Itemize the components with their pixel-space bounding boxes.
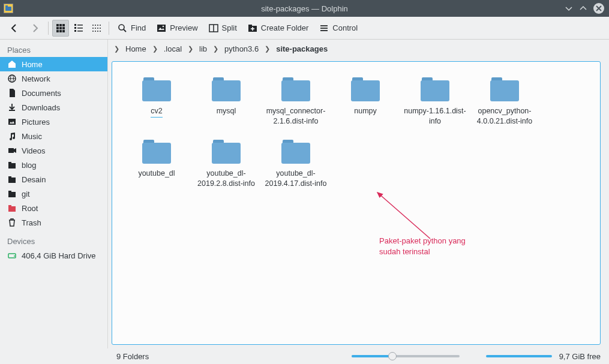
- trash-icon: [7, 218, 17, 227]
- sidebar-item-blog[interactable]: blog: [0, 158, 107, 172]
- forward-button[interactable]: [25, 20, 44, 37]
- svg-point-33: [163, 25, 164, 27]
- breadcrumb-item[interactable]: site-packages: [274, 43, 330, 55]
- status-free: 9,7 GiB free: [559, 352, 601, 361]
- sidebar-item-label: Music: [22, 132, 42, 141]
- create-folder-button[interactable]: Create Folder: [243, 20, 313, 37]
- chevron-right-icon: ❯: [213, 45, 218, 53]
- app-icon: [4, 4, 13, 13]
- folder-icon: [142, 77, 171, 101]
- sidebar-item-network[interactable]: Network: [0, 71, 107, 86]
- folder-icon: [7, 160, 17, 170]
- sidebar-item-music[interactable]: Music: [0, 129, 107, 143]
- svg-rect-55: [8, 191, 11, 192]
- root-icon: [7, 203, 17, 213]
- breadcrumb-item[interactable]: lib: [197, 43, 209, 55]
- folder-item[interactable]: opencv_python-4.0.0.21.dist-info: [470, 71, 539, 129]
- close-button[interactable]: [593, 3, 604, 14]
- split-label: Split: [222, 23, 237, 32]
- svg-point-28: [100, 31, 101, 32]
- folder-icon: [351, 77, 380, 101]
- places-header: Places: [0, 43, 107, 57]
- folder-item[interactable]: youtube_dl-2019.2.8.dist-info: [191, 134, 261, 191]
- folder-label: numpy-1.16.1.dist-info: [403, 106, 467, 127]
- svg-rect-50: [8, 163, 16, 169]
- sidebar-item-downloads[interactable]: Downloads: [0, 100, 107, 115]
- minimize-button[interactable]: [565, 4, 573, 13]
- download-icon: [7, 103, 17, 112]
- sidebar-item-trash[interactable]: Trash: [0, 215, 107, 230]
- icon-grid: cv2mysqlmysql_connector-2.1.6.dist-infon…: [122, 71, 590, 191]
- sidebar-item-label: Network: [22, 74, 50, 83]
- sidebar-item-label: Desain: [22, 175, 46, 184]
- split-icon: [209, 23, 218, 33]
- pictures-icon: [7, 117, 17, 127]
- svg-line-30: [124, 29, 126, 32]
- svg-rect-57: [8, 205, 11, 207]
- file-view[interactable]: cv2mysqlmysql_connector-2.1.6.dist-infon…: [112, 61, 601, 345]
- folder-label: cv2: [151, 106, 162, 118]
- control-button[interactable]: Control: [314, 20, 362, 37]
- video-icon: [7, 146, 17, 155]
- folder-item[interactable]: youtube_dl-2019.4.17.dist-info: [261, 134, 331, 191]
- folder-item[interactable]: mysql: [191, 71, 261, 129]
- sidebar-item-label: Home: [22, 60, 43, 69]
- svg-point-20: [100, 25, 101, 26]
- svg-rect-54: [8, 192, 16, 197]
- svg-rect-15: [74, 30, 76, 32]
- zoom-slider[interactable]: [352, 352, 460, 360]
- folder-item[interactable]: numpy-1.16.1.dist-info: [400, 71, 470, 129]
- folder-icon: [421, 77, 449, 101]
- svg-point-59: [14, 255, 15, 257]
- back-button[interactable]: [5, 20, 24, 37]
- svg-rect-2: [56, 24, 59, 26]
- toolbar: Find Preview Split Create Folder Control: [0, 17, 609, 40]
- sidebar-item-root[interactable]: Root: [0, 201, 107, 215]
- preview-button[interactable]: Preview: [152, 20, 202, 37]
- compact-view-button[interactable]: [70, 20, 87, 37]
- sidebar-item-label: Root: [22, 204, 38, 213]
- folder-label: numpy: [354, 106, 377, 116]
- folder-item[interactable]: mysql_connector-2.1.6.dist-info: [261, 71, 331, 129]
- svg-rect-56: [8, 206, 16, 212]
- chevron-right-icon: ❯: [265, 45, 270, 53]
- sidebar-item-home[interactable]: Home: [0, 57, 107, 71]
- folder-item[interactable]: numpy: [331, 71, 400, 129]
- icon-view-button[interactable]: [52, 20, 69, 37]
- svg-point-27: [97, 31, 98, 32]
- sidebar-item-documents[interactable]: Documents: [0, 86, 107, 100]
- svg-point-17: [92, 25, 94, 26]
- sidebar-item-git[interactable]: git: [0, 186, 107, 201]
- folder-label: opencv_python-4.0.0.21.dist-info: [472, 106, 537, 127]
- control-label: Control: [332, 23, 358, 32]
- folder-label: mysql: [217, 106, 236, 116]
- folder-item[interactable]: cv2: [122, 71, 191, 129]
- svg-rect-14: [77, 28, 83, 29]
- statusbar: 9 Folders 9,7 GiB free: [0, 348, 609, 364]
- split-button[interactable]: Split: [204, 20, 242, 37]
- sidebar-item-desain[interactable]: Desain: [0, 172, 107, 186]
- svg-point-29: [119, 25, 124, 30]
- detail-view-button[interactable]: [88, 20, 105, 37]
- sidebar-item-label: Trash: [22, 218, 41, 227]
- folder-item[interactable]: youtube_dl: [122, 134, 191, 191]
- svg-rect-31: [157, 25, 166, 32]
- breadcrumb: ❯ Home❯.local❯lib❯python3.6❯site-package…: [108, 40, 609, 58]
- sidebar-item-pictures[interactable]: Pictures: [0, 115, 107, 129]
- breadcrumb-item[interactable]: python3.6: [222, 43, 261, 55]
- svg-rect-52: [8, 178, 16, 183]
- sidebar-item-label: git: [22, 189, 30, 198]
- sidebar-device-item[interactable]: 406,4 GiB Hard Drive: [0, 248, 107, 263]
- breadcrumb-item[interactable]: .local: [161, 43, 184, 55]
- devices-header: Devices: [0, 234, 107, 248]
- folder-icon: [281, 77, 310, 101]
- folder-label: mysql_connector-2.1.6.dist-info: [263, 106, 328, 127]
- sidebar-item-videos[interactable]: Videos: [0, 143, 107, 158]
- svg-rect-6: [59, 27, 62, 29]
- svg-point-22: [95, 28, 96, 29]
- svg-rect-48: [8, 148, 14, 153]
- maximize-button[interactable]: [579, 4, 587, 13]
- create-folder-label: Create Folder: [261, 23, 308, 32]
- breadcrumb-item[interactable]: Home: [123, 43, 149, 55]
- find-button[interactable]: Find: [113, 20, 151, 37]
